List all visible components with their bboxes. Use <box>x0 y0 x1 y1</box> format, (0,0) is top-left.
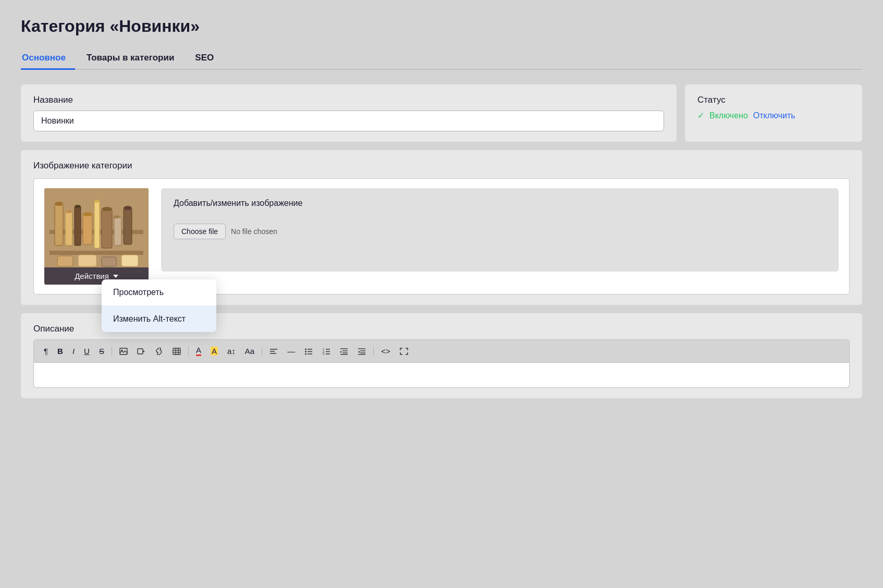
add-image-section: Добавить/изменить изображение Choose fil… <box>161 188 839 272</box>
ordered-list-icon: 1. 2. 3. <box>322 348 330 355</box>
svg-rect-12 <box>78 255 96 266</box>
svg-rect-14 <box>121 255 138 266</box>
no-file-text: No file chosen <box>231 227 277 236</box>
toolbar-source-btn[interactable]: <> <box>377 345 394 358</box>
top-row: Название Статус ✓ Включено Отключить <box>21 84 862 142</box>
actions-label: Действия <box>75 272 109 280</box>
svg-marker-51 <box>340 351 342 353</box>
image-icon <box>119 348 128 355</box>
image-section-title: Изображение категории <box>33 161 850 171</box>
toolbar-strikethrough-btn[interactable]: S <box>95 345 108 358</box>
svg-rect-13 <box>102 257 116 266</box>
svg-point-16 <box>65 210 72 213</box>
dropdown-item-alt[interactable]: Изменить Alt-текст <box>102 306 216 332</box>
editor-toolbar: ¶ B I U S <box>33 339 850 363</box>
toolbar-divider-3 <box>262 347 262 356</box>
svg-marker-26 <box>143 350 145 352</box>
toolbar-underline-btn[interactable]: U <box>80 345 93 358</box>
toolbar-divider-4 <box>373 347 374 356</box>
image-section: Изображение категории <box>21 150 862 305</box>
svg-rect-2 <box>50 251 143 255</box>
svg-marker-56 <box>358 351 360 353</box>
svg-point-21 <box>113 215 120 218</box>
indent-decrease-icon <box>340 348 348 355</box>
name-section: Название <box>21 84 677 142</box>
toolbar-image-btn[interactable] <box>116 346 131 357</box>
toolbar-font-color-btn[interactable]: A <box>192 344 205 358</box>
svg-rect-9 <box>114 217 121 246</box>
dropdown-item-view[interactable]: Просмотреть <box>102 279 216 306</box>
svg-point-19 <box>94 200 100 203</box>
toolbar-bg-color-btn[interactable]: A <box>207 345 222 358</box>
table-icon <box>173 348 181 355</box>
svg-point-20 <box>102 207 112 211</box>
image-thumb-wrap: Действия Просмотреть Изменить Alt-текст <box>44 188 149 285</box>
toolbar-ordered-list-btn[interactable]: 1. 2. 3. <box>318 346 334 357</box>
tab-seo[interactable]: SEO <box>194 48 223 70</box>
svg-rect-3 <box>55 204 63 246</box>
status-label: Статус <box>697 95 850 105</box>
svg-rect-11 <box>57 256 73 266</box>
toolbar-bold-btn[interactable]: B <box>54 345 67 358</box>
svg-point-35 <box>305 348 306 350</box>
svg-rect-6 <box>83 214 92 244</box>
svg-rect-8 <box>102 209 112 248</box>
status-check-icon: ✓ <box>697 111 704 120</box>
toolbar-align-left-btn[interactable] <box>266 346 281 357</box>
font-color-a: A <box>196 346 201 356</box>
choose-file-button[interactable]: Choose file <box>174 224 226 239</box>
toolbar-indent-decrease-btn[interactable] <box>336 346 352 357</box>
editor-area[interactable] <box>33 363 850 388</box>
svg-point-17 <box>75 205 81 208</box>
svg-text:3.: 3. <box>323 352 325 355</box>
toolbar-text-case-btn[interactable]: Aa <box>241 345 258 358</box>
page-wrapper: Категория «Новинки» Основное Товары в ка… <box>0 0 883 588</box>
svg-point-37 <box>305 351 306 352</box>
toolbar-video-btn[interactable] <box>133 346 149 357</box>
indent-increase-icon <box>358 348 366 355</box>
link-icon <box>155 348 163 355</box>
svg-rect-27 <box>173 348 180 354</box>
name-label: Название <box>33 95 664 105</box>
toolbar-indent-increase-btn[interactable] <box>354 346 370 357</box>
image-inner: Действия Просмотреть Изменить Alt-текст … <box>33 178 850 295</box>
name-input[interactable] <box>33 111 664 131</box>
toolbar-divider-2 <box>188 347 189 356</box>
status-disable-button[interactable]: Отключить <box>753 111 795 120</box>
status-active-text: Включено <box>709 111 748 120</box>
chevron-down-icon <box>113 275 118 278</box>
toolbar-fullscreen-btn[interactable] <box>396 346 412 357</box>
tabs-bar: Основное Товары в категории SEO <box>21 48 862 70</box>
bullet-list-icon <box>304 348 313 355</box>
tab-main[interactable]: Основное <box>21 48 75 70</box>
tab-products[interactable]: Товары в категории <box>85 48 183 70</box>
svg-rect-5 <box>75 206 81 246</box>
toolbar-italic-btn[interactable]: I <box>69 345 78 358</box>
status-row: ✓ Включено Отключить <box>697 111 850 120</box>
svg-point-39 <box>305 353 306 354</box>
file-input-row: Choose file No file chosen <box>174 224 826 239</box>
svg-rect-4 <box>65 212 72 246</box>
toolbar-bullet-list-btn[interactable] <box>301 346 316 357</box>
toolbar-link-btn[interactable] <box>151 346 167 357</box>
page-title: Категория «Новинки» <box>21 17 862 36</box>
svg-point-22 <box>124 206 132 210</box>
video-icon <box>137 348 145 355</box>
svg-point-15 <box>55 202 63 206</box>
svg-rect-25 <box>138 349 143 354</box>
bg-color-a: A <box>211 347 218 356</box>
fullscreen-icon <box>400 348 408 355</box>
toolbar-hr-btn[interactable]: — <box>284 345 299 358</box>
dropdown-menu: Просмотреть Изменить Alt-текст <box>102 279 216 332</box>
toolbar-paragraph-btn[interactable]: ¶ <box>40 345 52 358</box>
toolbar-table-btn[interactable] <box>169 346 185 357</box>
toolbar-font-size-btn[interactable]: a↕ <box>224 345 239 358</box>
svg-rect-10 <box>124 208 132 244</box>
svg-rect-7 <box>94 201 100 248</box>
add-image-title: Добавить/изменить изображение <box>174 199 826 208</box>
align-left-icon <box>269 348 278 355</box>
toolbar-divider-1 <box>112 347 112 356</box>
status-section: Статус ✓ Включено Отключить <box>685 84 862 142</box>
svg-point-18 <box>83 212 92 216</box>
